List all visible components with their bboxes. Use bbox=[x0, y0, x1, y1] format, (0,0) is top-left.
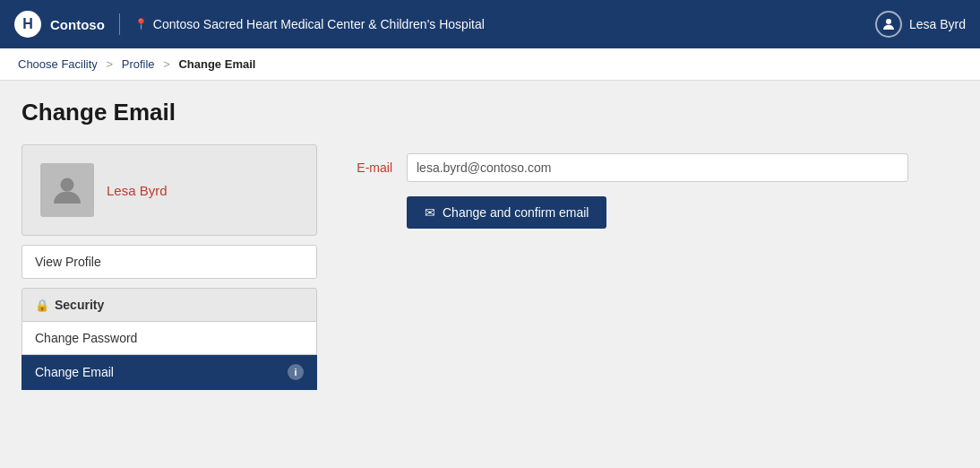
email-input[interactable] bbox=[407, 153, 908, 182]
view-profile-link[interactable]: View Profile bbox=[21, 245, 317, 279]
email-label: E-mail bbox=[339, 160, 392, 175]
content-area: Lesa Byrd View Profile 🔒 Security Change… bbox=[21, 144, 959, 390]
header-divider bbox=[119, 13, 120, 35]
header-username: Lesa Byrd bbox=[909, 17, 966, 31]
avatar bbox=[40, 163, 94, 217]
main-content: Change Email Lesa Byrd View Profile bbox=[0, 81, 980, 466]
breadcrumb-current: Change Email bbox=[178, 57, 255, 71]
confirm-email-button[interactable]: ✉ Change and confirm email bbox=[407, 196, 606, 229]
lock-icon: 🔒 bbox=[35, 299, 49, 312]
form-buttons: ✉ Change and confirm email bbox=[407, 196, 959, 229]
info-icon: i bbox=[288, 364, 304, 380]
breadcrumb-profile[interactable]: Profile bbox=[122, 57, 155, 71]
sidebar: Lesa Byrd View Profile 🔒 Security Change… bbox=[21, 144, 317, 390]
profile-card: Lesa Byrd bbox=[21, 144, 317, 236]
brand-name: Contoso bbox=[50, 17, 105, 32]
header-user-area: Lesa Byrd bbox=[875, 11, 966, 38]
change-password-item[interactable]: Change Password bbox=[21, 322, 317, 355]
email-icon: ✉ bbox=[425, 205, 435, 220]
location-icon: 📍 bbox=[134, 18, 148, 30]
security-section: 🔒 Security Change Password Change Email … bbox=[21, 288, 317, 390]
change-email-item[interactable]: Change Email i bbox=[21, 355, 317, 390]
security-section-header: 🔒 Security bbox=[21, 288, 317, 322]
breadcrumb: Choose Facility > Profile > Change Email bbox=[0, 48, 980, 81]
svg-point-0 bbox=[886, 19, 891, 24]
app-header: H Contoso 📍 Contoso Sacred Heart Medical… bbox=[0, 0, 980, 48]
profile-username: Lesa Byrd bbox=[107, 183, 168, 198]
breadcrumb-sep-1: > bbox=[107, 57, 114, 71]
breadcrumb-sep-2: > bbox=[163, 57, 170, 71]
page-title: Change Email bbox=[21, 99, 959, 126]
email-row: E-mail bbox=[339, 153, 959, 182]
user-avatar bbox=[875, 11, 902, 38]
facility-name: 📍 Contoso Sacred Heart Medical Center & … bbox=[134, 17, 485, 31]
app-logo: H bbox=[14, 11, 41, 38]
form-area: E-mail ✉ Change and confirm email bbox=[339, 144, 959, 390]
breadcrumb-choose-facility[interactable]: Choose Facility bbox=[18, 57, 98, 71]
svg-point-1 bbox=[61, 178, 74, 192]
